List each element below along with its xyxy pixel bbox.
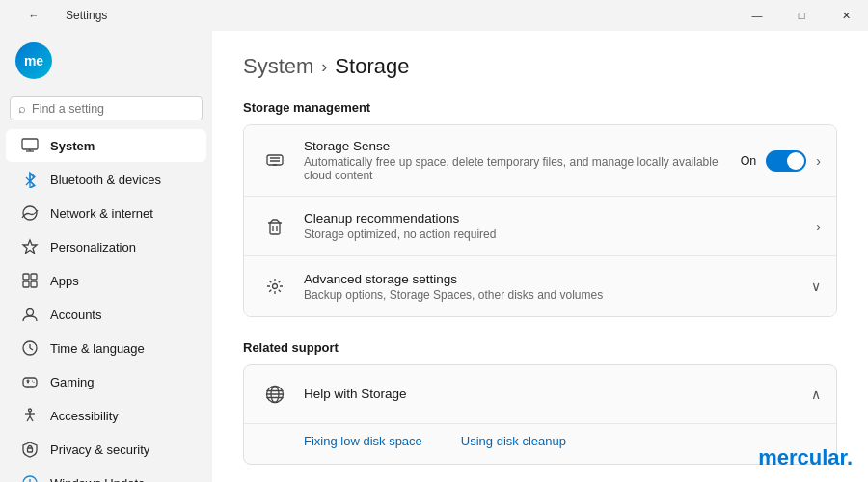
svg-rect-13 xyxy=(23,378,37,387)
support-link-fixing-disk[interactable]: Fixing low disk space xyxy=(304,434,422,448)
gaming-icon xyxy=(21,373,39,390)
sidebar-item-label: Accounts xyxy=(50,308,101,322)
svg-rect-8 xyxy=(31,281,37,287)
update-icon xyxy=(21,474,39,482)
sidebar-item-label: Time & language xyxy=(50,341,145,356)
advanced-icon xyxy=(259,271,290,302)
personalization-icon xyxy=(21,238,39,255)
sidebar: me ⌕ SystemBluetooth & devicesNetwork & … xyxy=(0,31,212,482)
support-header[interactable]: Help with Storage ∧ xyxy=(244,365,836,423)
sidebar-item-label: System xyxy=(50,139,95,153)
sidebar-item-label: Bluetooth & devices xyxy=(50,173,161,187)
sidebar-item-system[interactable]: System xyxy=(6,129,206,162)
storage-sense-icon xyxy=(259,146,290,176)
cleanup-icon xyxy=(259,211,290,242)
svg-point-17 xyxy=(32,380,33,381)
titlebar-title: Settings xyxy=(66,9,107,22)
breadcrumb-parent: System xyxy=(243,54,313,79)
svg-rect-0 xyxy=(22,139,38,149)
svg-line-22 xyxy=(27,416,30,421)
sidebar-item-gaming[interactable]: Gaming xyxy=(6,365,206,398)
cleanup-title: Cleanup recommendations xyxy=(304,211,816,226)
app-body: me ⌕ SystemBluetooth & devicesNetwork & … xyxy=(0,31,868,482)
time-icon xyxy=(21,339,39,357)
close-button[interactable]: ✕ xyxy=(824,0,868,31)
apps-icon xyxy=(21,272,39,289)
sidebar-item-label: Personalization xyxy=(50,240,136,254)
titlebar-controls: — □ ✕ xyxy=(735,0,868,31)
minimize-button[interactable]: — xyxy=(735,0,779,31)
search-box[interactable]: ⌕ xyxy=(10,96,203,120)
accounts-icon xyxy=(21,306,39,323)
sidebar-item-label: Accessibility xyxy=(50,409,119,423)
sidebar-item-update[interactable]: Windows Update xyxy=(6,467,206,482)
svg-point-19 xyxy=(29,409,32,412)
sidebar-item-label: Gaming xyxy=(50,375,95,389)
sidebar-item-personalization[interactable]: Personalization xyxy=(6,230,206,263)
chevron-down-icon: ∨ xyxy=(811,279,821,294)
storage-management-title: Storage management xyxy=(243,100,837,115)
support-item-title: Help with Storage xyxy=(304,387,811,401)
network-icon xyxy=(21,204,39,222)
nav-list: SystemBluetooth & devicesNetwork & inter… xyxy=(0,128,212,482)
sidebar-item-time[interactable]: Time & language xyxy=(6,332,206,364)
storage-sense-right: On › xyxy=(741,150,821,172)
breadcrumb-separator: › xyxy=(321,57,327,77)
breadcrumb-current: Storage xyxy=(335,54,409,79)
breadcrumb: System › Storage xyxy=(243,54,837,79)
svg-rect-24 xyxy=(28,448,33,452)
avatar: me xyxy=(15,42,52,79)
support-item-text: Help with Storage xyxy=(304,387,811,403)
storage-sense-title: Storage Sense xyxy=(304,139,741,153)
advanced-title: Advanced storage settings xyxy=(304,272,811,286)
sidebar-item-privacy[interactable]: Privacy & security xyxy=(6,433,206,466)
advanced-text: Advanced storage settings Backup options… xyxy=(304,272,811,302)
settings-row-advanced[interactable]: Advanced storage settings Backup options… xyxy=(244,256,836,316)
titlebar: ← Settings — □ ✕ xyxy=(0,0,868,31)
svg-point-9 xyxy=(27,309,34,316)
settings-row-storage-sense[interactable]: Storage Sense Automatically free up spac… xyxy=(244,125,836,197)
storage-sense-subtitle: Automatically free up space, delete temp… xyxy=(304,155,741,182)
chevron-right-icon: › xyxy=(816,219,821,234)
sidebar-item-accessibility[interactable]: Accessibility xyxy=(6,399,206,432)
sidebar-item-network[interactable]: Network & internet xyxy=(6,197,206,229)
cleanup-text: Cleanup recommendations Storage optimize… xyxy=(304,211,816,241)
sidebar-avatar: me xyxy=(0,31,212,91)
toggle-switch[interactable] xyxy=(766,150,806,172)
svg-point-18 xyxy=(33,382,34,383)
search-input[interactable] xyxy=(32,102,194,116)
settings-row-cleanup[interactable]: Cleanup recommendations Storage optimize… xyxy=(244,197,836,256)
accessibility-icon xyxy=(21,407,39,424)
support-link-disk-cleanup[interactable]: Using disk cleanup xyxy=(461,434,566,448)
svg-line-12 xyxy=(30,348,33,350)
support-card: Help with Storage ∧ Fixing low disk spac… xyxy=(243,364,837,465)
back-button[interactable]: ← xyxy=(12,0,56,31)
sidebar-item-accounts[interactable]: Accounts xyxy=(6,298,206,331)
storage-sense-text: Storage Sense Automatically free up spac… xyxy=(304,139,741,182)
globe-icon xyxy=(259,379,290,410)
svg-rect-5 xyxy=(23,274,29,280)
cleanup-right: › xyxy=(816,219,821,234)
cleanup-subtitle: Storage optimized, no action required xyxy=(304,228,816,241)
sidebar-item-label: Privacy & security xyxy=(50,442,149,457)
advanced-right: ∨ xyxy=(811,279,821,294)
toggle-label: On xyxy=(741,154,757,168)
advanced-subtitle: Backup options, Storage Spaces, other di… xyxy=(304,288,811,302)
chevron-right-icon: › xyxy=(816,153,821,169)
svg-rect-26 xyxy=(267,155,283,165)
svg-point-33 xyxy=(273,284,278,289)
sidebar-item-label: Windows Update xyxy=(50,476,145,483)
bluetooth-icon xyxy=(21,171,39,188)
maximize-button[interactable]: □ xyxy=(779,0,824,31)
sidebar-item-apps[interactable]: Apps xyxy=(6,264,206,297)
titlebar-left: ← Settings xyxy=(12,0,107,31)
sidebar-item-label: Apps xyxy=(50,274,79,288)
support-links: Fixing low disk spaceUsing disk cleanup xyxy=(244,423,836,464)
svg-rect-6 xyxy=(31,274,37,280)
related-support-section: Related support Help with Storage xyxy=(243,340,837,465)
sidebar-item-bluetooth[interactable]: Bluetooth & devices xyxy=(6,163,206,196)
sidebar-item-label: Network & internet xyxy=(50,206,153,221)
svg-line-23 xyxy=(30,416,33,421)
svg-rect-7 xyxy=(23,281,29,287)
support-item-right: ∧ xyxy=(811,387,821,402)
